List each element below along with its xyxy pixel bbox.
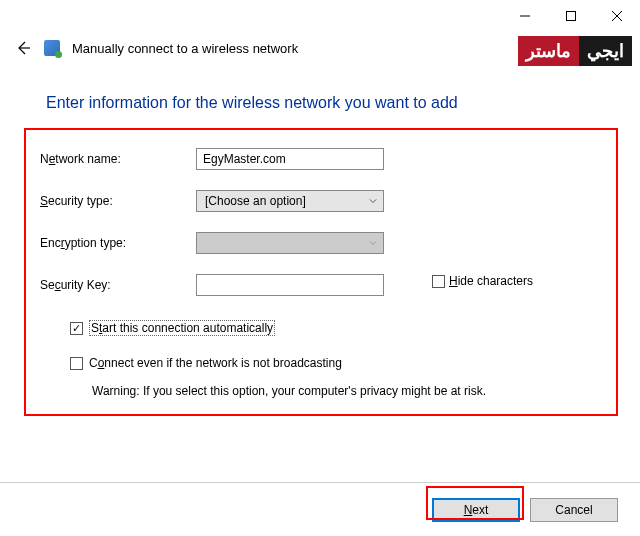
close-icon xyxy=(612,11,622,21)
connect-hidden-row: Connect even if the network is not broad… xyxy=(70,356,342,370)
encryption-type-label: Encryption type: xyxy=(40,236,196,250)
security-type-dropdown[interactable]: [Choose an option] xyxy=(196,190,384,212)
wizard-title: Manually connect to a wireless network xyxy=(72,41,298,56)
svg-rect-1 xyxy=(567,12,576,21)
back-button[interactable] xyxy=(14,40,32,56)
warning-text: Warning: If you select this option, your… xyxy=(92,384,486,398)
wizard-header: Manually connect to a wireless network xyxy=(14,40,298,56)
minimize-icon xyxy=(520,11,530,21)
security-type-value: [Choose an option] xyxy=(205,194,306,208)
network-name-label: Network name: xyxy=(40,152,196,166)
security-key-row: Security Key: xyxy=(40,274,384,296)
chevron-down-icon xyxy=(369,239,377,247)
hide-characters-checkbox[interactable] xyxy=(432,275,445,288)
watermark-badge: ماستر ايجي xyxy=(518,36,632,66)
network-name-input[interactable] xyxy=(196,148,384,170)
network-name-row: Network name: xyxy=(40,148,384,170)
close-button[interactable] xyxy=(594,0,640,32)
auto-start-row: Start this connection automatically xyxy=(70,320,275,336)
hide-characters-label: Hide characters xyxy=(449,274,533,288)
security-key-input[interactable] xyxy=(196,274,384,296)
chevron-down-icon xyxy=(369,197,377,205)
auto-start-checkbox[interactable] xyxy=(70,322,83,335)
highlight-frame xyxy=(24,128,618,416)
auto-start-label: Start this connection automatically xyxy=(89,320,275,336)
connect-hidden-checkbox[interactable] xyxy=(70,357,83,370)
security-type-row: Security type: [Choose an option] xyxy=(40,190,384,212)
security-type-label: Security type: xyxy=(40,194,196,208)
maximize-icon xyxy=(566,11,576,21)
button-bar: Next Cancel xyxy=(0,482,640,536)
security-key-label: Security Key: xyxy=(40,278,196,292)
window-titlebar xyxy=(502,0,640,32)
cancel-button[interactable]: Cancel xyxy=(530,498,618,522)
minimize-button[interactable] xyxy=(502,0,548,32)
encryption-type-dropdown xyxy=(196,232,384,254)
badge-red-part: ماستر xyxy=(518,36,579,66)
badge-dark-part: ايجي xyxy=(579,36,632,66)
maximize-button[interactable] xyxy=(548,0,594,32)
hide-characters-row: Hide characters xyxy=(432,274,533,288)
next-button[interactable]: Next xyxy=(432,498,520,522)
back-arrow-icon xyxy=(15,40,31,56)
network-icon xyxy=(44,40,60,56)
page-instruction: Enter information for the wireless netwo… xyxy=(46,94,458,112)
encryption-type-row: Encryption type: xyxy=(40,232,384,254)
connect-hidden-label: Connect even if the network is not broad… xyxy=(89,356,342,370)
